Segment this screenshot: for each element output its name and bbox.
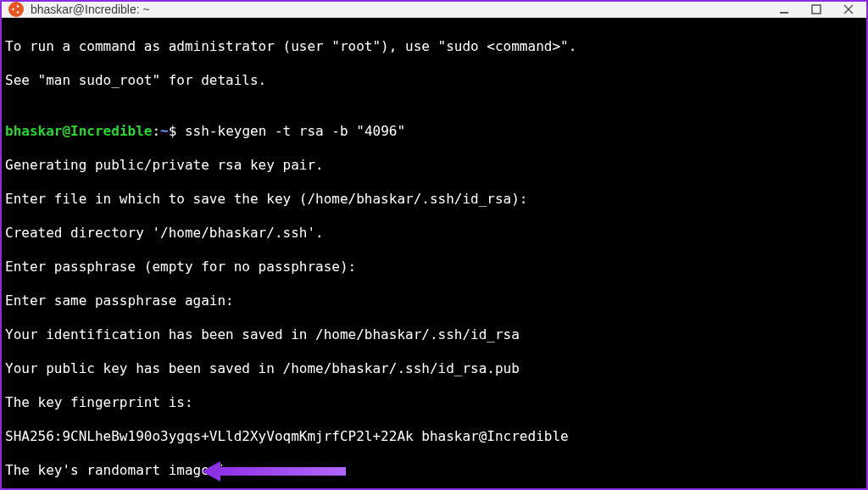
- svg-point-1: [17, 5, 19, 8]
- output-line: Enter same passphrase again:: [5, 292, 863, 309]
- window-controls: [778, 3, 860, 15]
- output-line: See "man sudo_root" for details.: [5, 72, 863, 89]
- prompt-path: ~: [160, 123, 169, 139]
- maximize-icon: [811, 4, 821, 14]
- close-icon: [843, 4, 854, 14]
- output-line: Generating public/private rsa key pair.: [5, 157, 863, 174]
- prompt-symbol: $: [169, 123, 177, 139]
- output-line: The key's randomart image is:: [5, 462, 863, 479]
- svg-point-2: [17, 11, 19, 14]
- ubuntu-logo-icon: [8, 2, 24, 17]
- svg-point-0: [12, 8, 14, 11]
- window-title: bhaskar@Incredible: ~: [31, 3, 150, 16]
- output-line: Your public key has been saved in /home/…: [5, 360, 863, 377]
- prompt-host: Incredible: [70, 123, 152, 139]
- prompt-line: bhaskar@Incredible:~$ ssh-keygen -t rsa …: [5, 123, 863, 140]
- output-line: Created directory '/home/bhaskar/.ssh'.: [5, 225, 863, 242]
- terminal-window: bhaskar@Incredible: ~ To run a command a…: [0, 0, 868, 490]
- output-line: SHA256:9CNLheBw190o3ygqs+VLld2XyVoqmKmjr…: [5, 428, 863, 445]
- titlebar: bhaskar@Incredible: ~: [2, 2, 866, 18]
- command-input: ssh-keygen -t rsa -b "4096": [185, 123, 405, 139]
- output-line: The key fingerprint is:: [5, 394, 863, 411]
- output-line: Your identification has been saved in /h…: [5, 326, 863, 343]
- minimize-icon: [780, 12, 788, 14]
- minimize-button[interactable]: [778, 3, 790, 15]
- close-button[interactable]: [843, 3, 854, 15]
- prompt-user: bhaskar: [5, 123, 62, 139]
- svg-rect-3: [812, 5, 821, 14]
- output-line: To run a command as administrator (user …: [5, 38, 863, 55]
- output-line: Enter file in which to save the key (/ho…: [5, 191, 863, 208]
- terminal-body[interactable]: To run a command as administrator (user …: [2, 18, 866, 488]
- output-line: Enter passphrase (empty for no passphras…: [5, 259, 863, 276]
- maximize-button[interactable]: [810, 3, 822, 15]
